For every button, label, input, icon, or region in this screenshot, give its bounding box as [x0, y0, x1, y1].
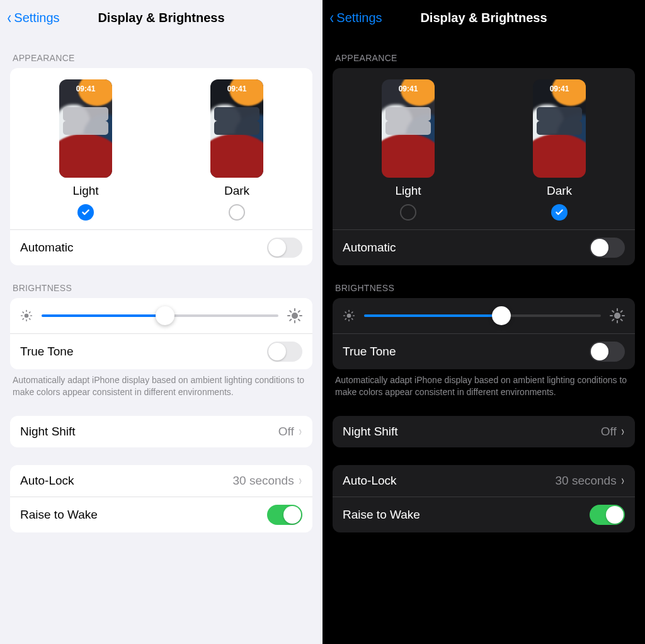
svg-line-33: [621, 319, 622, 321]
nav-bar: ‹ Settings Display & Brightness: [0, 0, 322, 35]
appearance-header: APPEARANCE: [10, 35, 312, 68]
svg-line-17: [299, 311, 300, 312]
automatic-label: Automatic: [20, 241, 73, 255]
autolock-row[interactable]: Auto-Lock 30 seconds ›: [10, 465, 312, 497]
nightshift-label: Night Shift: [343, 425, 398, 439]
nightshift-row[interactable]: Night Shift Off ›: [333, 416, 635, 447]
raisewake-switch[interactable]: [590, 505, 625, 525]
autolock-label: Auto-Lock: [20, 474, 74, 488]
svg-line-24: [352, 319, 353, 319]
dark-radio-unchecked[interactable]: [229, 204, 245, 221]
svg-line-6: [30, 319, 30, 319]
dark-radio-checked[interactable]: [551, 204, 568, 221]
lock-group: Auto-Lock 30 seconds › Raise to Wake: [10, 465, 312, 532]
dark-mode-pane: ‹ Settings Display & Brightness APPEARAN…: [322, 0, 645, 644]
lock-group: Auto-Lock 30 seconds › Raise to Wake: [333, 465, 635, 532]
nightshift-row[interactable]: Night Shift Off ›: [10, 416, 312, 447]
brightness-slider-row: [10, 298, 312, 333]
raisewake-label: Raise to Wake: [343, 508, 420, 522]
autolock-label: Auto-Lock: [343, 474, 397, 488]
svg-line-16: [290, 319, 291, 321]
autolock-value: 30 seconds: [232, 474, 294, 488]
autolock-value: 30 seconds: [555, 474, 616, 488]
raisewake-row: Raise to Wake: [333, 497, 635, 532]
automatic-label: Automatic: [343, 241, 396, 255]
brightness-header: BRIGHTNESS: [10, 265, 312, 298]
appearance-preview-dark: 09:41: [533, 79, 586, 178]
nightshift-label: Night Shift: [20, 425, 76, 439]
svg-line-26: [352, 312, 353, 313]
svg-line-34: [612, 319, 614, 321]
sun-dim-icon: [343, 309, 355, 322]
light-radio-checked[interactable]: [77, 204, 94, 221]
light-mode-pane: ‹ Settings Display & Brightness APPEARAN…: [0, 0, 322, 644]
nightshift-value: Off: [278, 425, 294, 439]
light-label: Light: [72, 184, 98, 198]
chevron-left-icon: ‹: [7, 9, 11, 26]
brightness-slider[interactable]: [42, 307, 278, 325]
appearance-option-light[interactable]: 09:41 Light: [382, 79, 435, 221]
preview-time: 09:41: [382, 84, 435, 93]
brightness-group: True Tone: [333, 298, 635, 369]
light-radio-unchecked[interactable]: [400, 204, 416, 221]
back-button[interactable]: ‹ Settings: [6, 9, 60, 26]
chevron-right-icon: ›: [299, 423, 301, 440]
appearance-preview-light: 09:41: [59, 79, 112, 178]
svg-line-15: [299, 319, 300, 321]
autolock-row[interactable]: Auto-Lock 30 seconds ›: [333, 465, 635, 497]
automatic-switch[interactable]: [590, 238, 625, 258]
automatic-switch[interactable]: [267, 238, 302, 258]
truetone-note: Automatically adapt iPhone display based…: [333, 369, 635, 398]
chevron-left-icon: ‹: [329, 9, 334, 26]
light-label: Light: [395, 184, 421, 198]
back-button[interactable]: ‹ Settings: [329, 9, 382, 26]
brightness-slider[interactable]: [364, 307, 601, 325]
svg-line-25: [345, 319, 346, 319]
svg-point-9: [292, 313, 298, 319]
preview-time: 09:41: [533, 84, 586, 93]
nightshift-group: Night Shift Off ›: [333, 416, 635, 447]
sun-bright-icon: [287, 308, 302, 323]
back-label: Settings: [336, 11, 382, 25]
automatic-row: Automatic: [10, 229, 312, 265]
svg-line-35: [621, 311, 622, 312]
brightness-header: BRIGHTNESS: [333, 265, 635, 298]
svg-line-8: [30, 312, 30, 313]
automatic-row: Automatic: [333, 229, 635, 265]
svg-line-5: [23, 312, 23, 313]
brightness-group: True Tone: [10, 298, 312, 369]
svg-point-18: [347, 314, 351, 318]
chevron-right-icon: ›: [621, 423, 624, 440]
svg-point-27: [614, 313, 620, 319]
svg-point-0: [25, 314, 29, 318]
sun-bright-icon: [610, 308, 625, 323]
truetone-row: True Tone: [10, 333, 312, 369]
truetone-note: Automatically adapt iPhone display based…: [10, 369, 312, 398]
appearance-header: APPEARANCE: [333, 35, 635, 68]
appearance-option-dark[interactable]: 09:41 Dark: [533, 79, 586, 221]
dark-label: Dark: [224, 184, 249, 198]
preview-time: 09:41: [210, 84, 263, 93]
svg-line-23: [345, 312, 346, 313]
dark-label: Dark: [547, 184, 572, 198]
nightshift-group: Night Shift Off ›: [10, 416, 312, 447]
svg-line-7: [23, 319, 23, 319]
page-title: Display & Brightness: [98, 11, 224, 25]
appearance-preview-light: 09:41: [382, 79, 435, 178]
appearance-option-light[interactable]: 09:41 Light: [59, 79, 112, 221]
appearance-option-dark[interactable]: 09:41 Dark: [210, 79, 263, 221]
chevron-right-icon: ›: [621, 473, 624, 489]
nav-bar: ‹ Settings Display & Brightness: [322, 0, 645, 35]
raisewake-row: Raise to Wake: [10, 497, 312, 532]
truetone-switch[interactable]: [590, 342, 625, 362]
raisewake-label: Raise to Wake: [20, 508, 98, 522]
truetone-switch[interactable]: [267, 342, 302, 362]
back-label: Settings: [14, 11, 59, 25]
brightness-slider-row: [333, 298, 635, 333]
truetone-label: True Tone: [20, 345, 74, 359]
sun-dim-icon: [20, 309, 33, 322]
preview-time: 09:41: [59, 84, 112, 93]
svg-line-32: [612, 311, 614, 312]
raisewake-switch[interactable]: [267, 505, 302, 525]
nightshift-value: Off: [601, 425, 617, 439]
